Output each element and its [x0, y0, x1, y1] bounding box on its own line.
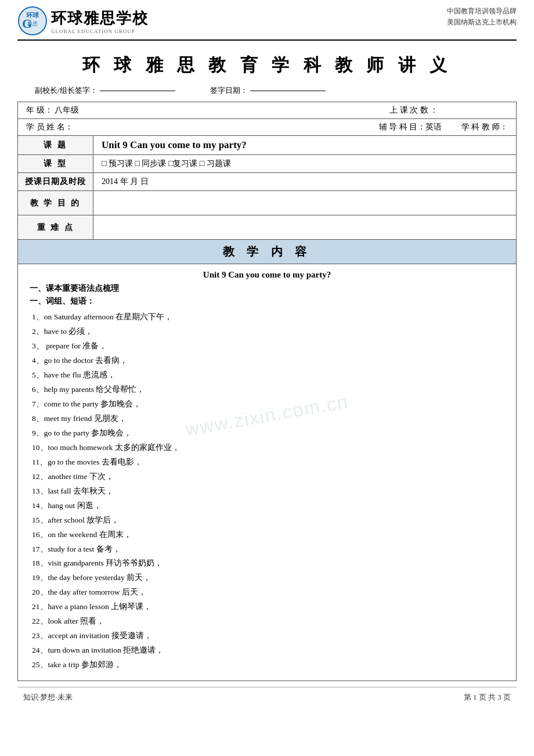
logo-text: 环球雅思学校 GLOBAL EDUCATION GROUP [51, 8, 149, 34]
vocab-item-6: 6、help my parents 给父母帮忙， [30, 383, 504, 397]
header: 环球 雅思 G 环球雅思学校 GLOBAL EDUCATION GROUP 中国… [17, 6, 517, 41]
vocab-item-25: 25、take a trip 参加郊游， [30, 658, 504, 672]
vocab-item-24: 24、turn down an invitation 拒绝邀请， [30, 643, 504, 658]
row-topic: 课 题 Unit 9 Can you come to my party? [18, 136, 517, 155]
vocab-item-11: 11、go to the movies 去看电影， [30, 455, 504, 470]
class-label: 上 课 次 数 ： [389, 105, 508, 116]
sig-item-name: 副校长/组长签字： [35, 85, 175, 96]
vocab-item-3: 3、 prepare for 准备， [30, 339, 504, 354]
student-label: 学 员 姓 名： [26, 122, 73, 132]
vocab-item-21: 21、have a piano lesson 上钢琴课， [30, 600, 504, 614]
cell-student-full: 学 员 姓 名： 辅 导 科 目：英语 学 科 教 师： [18, 119, 517, 136]
content-subtitle: Unit 9 Can you come to my party? [30, 270, 504, 280]
vocab-item-15: 15、after school 放学后， [30, 513, 504, 528]
logo-area: 环球 雅思 G 环球雅思学校 GLOBAL EDUCATION GROUP [17, 6, 149, 36]
key-value-cell [93, 215, 517, 240]
header-right: 中国教育培训领导品牌 美国纳斯达克上市机构 [447, 6, 517, 28]
subject-label: 辅 导 科 目：英语 [379, 123, 442, 131]
page: 环球 雅思 G 环球雅思学校 GLOBAL EDUCATION GROUP 中国… [0, 0, 534, 756]
logo-en: GLOBAL EDUCATION GROUP [51, 28, 149, 34]
vocab-item-20: 20、the day after tomorrow 后天， [30, 585, 504, 600]
vocab-item-4: 4、go to the doctor 去看病， [30, 354, 504, 368]
vocab-item-7: 7、come to the party 参加晚会， [30, 397, 504, 412]
sig-label2: 签字日期： [210, 85, 248, 96]
sig-line2 [250, 91, 326, 91]
type-options-cell: □ 预习课 □ 同步课 □复习课 □ 习题课 [93, 155, 517, 173]
info-table: 年 级： 八年级 上 课 次 数 ： 学 员 姓 名： 辅 导 科 目：英语 学… [17, 102, 517, 240]
vocab-item-5: 5、have the flu 患流感， [30, 368, 504, 383]
vocab-item-10: 10、too much homework 太多的家庭作业， [30, 441, 504, 455]
logo-icon: 环球 雅思 G [17, 6, 48, 36]
subject-teacher: 辅 导 科 目：英语 学 科 教 师： [379, 122, 508, 132]
content-body: www.zixin.com.cn Unit 9 Can you come to … [17, 264, 517, 681]
section-title-vocab: 一、词组、短语： [30, 296, 504, 307]
goal-value-cell [93, 191, 517, 215]
content-header: 教 学 内 容 [17, 240, 517, 264]
footer-slogan: 知识·梦想·未来 [23, 692, 73, 703]
date-label-cell: 授课日期及时段 [18, 173, 93, 191]
goal-label-cell: 教 学 目 的 [18, 191, 93, 215]
sig-label1: 副校长/组长签字： [35, 85, 98, 96]
section-title-grammar: 一、课本重要语法点梳理 [30, 283, 504, 294]
row-key: 重 难 点 [18, 215, 517, 240]
vocab-item-18: 18、visit grandparents 拜访爷爷奶奶， [30, 556, 504, 571]
row-type: 课 型 □ 预习课 □ 同步课 □复习课 □ 习题课 [18, 155, 517, 173]
vocab-item-12: 12、another time 下次， [30, 470, 504, 484]
type-label-cell: 课 型 [18, 155, 93, 173]
footer-page: 第 1 页 共 3 页 [464, 692, 511, 703]
vocab-item-13: 13、last fall 去年秋天， [30, 484, 504, 499]
tagline1: 中国教育培训领导品牌 [447, 6, 517, 17]
vocab-item-16: 16、on the weekend 在周末， [30, 528, 504, 542]
vocab-item-22: 22、look after 照看， [30, 614, 504, 629]
cell-grade-full: 年 级： 八年级 上 课 次 数 ： [18, 102, 517, 119]
vocab-item-17: 17、study for a test 备考， [30, 542, 504, 557]
row-date: 授课日期及时段 2014 年 月 日 [18, 173, 517, 191]
key-label-cell: 重 难 点 [18, 215, 93, 240]
grade-label-value: 年 级： 八年级 [26, 105, 79, 116]
grade-value: 八年级 [55, 106, 79, 114]
vocab-list: 1、on Saturday afternoon 在星期六下午，2、have to… [30, 310, 504, 672]
vocab-item-19: 19、the day before yesterday 前天， [30, 571, 504, 585]
vocab-item-14: 14、hang out 闲逛， [30, 499, 504, 513]
main-title: 环 球 雅 思 教 育 学 科 教 师 讲 义 [17, 44, 517, 85]
logo-cn: 环球雅思学校 [51, 8, 149, 28]
vocab-item-8: 8、meet my friend 见朋友， [30, 412, 504, 426]
footer: 知识·梦想·未来 第 1 页 共 3 页 [17, 687, 517, 703]
date-value-cell: 2014 年 月 日 [93, 173, 517, 191]
vocab-item-23: 23、accept an invitation 接受邀请， [30, 629, 504, 643]
svg-text:G: G [22, 16, 32, 31]
topic-value-cell: Unit 9 Can you come to my party? [93, 136, 517, 155]
sig-row: 副校长/组长签字： 签字日期： [17, 85, 517, 96]
vocab-item-1: 1、on Saturday afternoon 在星期六下午， [30, 310, 504, 325]
sig-line1 [100, 91, 175, 91]
tagline2: 美国纳斯达克上市机构 [447, 17, 517, 28]
grade-label: 年 级： [26, 106, 53, 114]
teacher-label: 学 科 教 师： [461, 123, 508, 131]
sig-item-date: 签字日期： [210, 85, 326, 96]
vocab-item-2: 2、have to 必须， [30, 325, 504, 339]
row-goal: 教 学 目 的 [18, 191, 517, 215]
row-student: 学 员 姓 名： 辅 导 科 目：英语 学 科 教 师： [18, 119, 517, 136]
vocab-item-9: 9、go to the party 参加晚会， [30, 426, 504, 441]
row-grade: 年 级： 八年级 上 课 次 数 ： [18, 102, 517, 119]
topic-label-cell: 课 题 [18, 136, 93, 155]
